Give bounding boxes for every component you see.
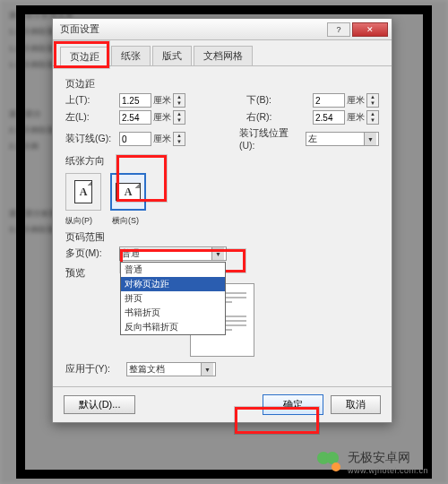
gutter-pos-value: 左 [308,133,317,145]
apply-label: 应用于(Y): [65,363,123,376]
orientation-landscape[interactable]: A [110,173,146,211]
ok-button[interactable]: 确定 [263,394,323,415]
chevron-down-icon[interactable]: ▼ [201,363,213,376]
dropdown-option[interactable]: 拼页 [121,291,225,306]
gutter-pos-label: 装订线位置(U): [239,127,302,151]
landscape-caption: 横向(S) [112,215,139,227]
dropdown-option[interactable]: 反向书籍折页 [121,320,225,334]
spin-down-icon[interactable]: ▼ [367,100,378,107]
orientation-section-label: 纸张方向 [65,154,379,168]
spin-down-icon[interactable]: ▼ [174,139,185,145]
left-spinner[interactable]: 厘米 ▲▼ [119,110,185,125]
cancel-button[interactable]: 取消 [331,395,381,414]
default-button[interactable]: 默认(D)... [64,395,135,414]
spin-up-icon[interactable]: ▲ [367,111,378,117]
watermark-logo-icon [317,450,342,475]
margins-section-label: 页边距 [65,77,379,91]
help-button[interactable]: ? [327,22,350,37]
page-portrait-icon: A [74,180,92,203]
gutter-pos-select[interactable]: 左 ▼ [306,132,379,146]
chevron-down-icon[interactable]: ▼ [211,247,224,260]
page-landscape-icon: A [116,183,141,201]
spin-down-icon[interactable]: ▼ [174,100,185,107]
top-input[interactable] [119,93,151,108]
tab-paper[interactable]: 纸张 [111,46,151,65]
pages-section-label: 页码范围 [65,230,379,244]
unit-label: 厘米 [347,94,365,107]
apply-value: 整篇文档 [129,363,165,376]
chevron-down-icon[interactable]: ▼ [364,133,376,145]
unit-label: 厘米 [153,94,171,107]
orientation-portrait[interactable]: A [65,173,101,211]
right-label: 右(R): [246,111,309,124]
page-setup-dialog: 页面设置 ? ✕ 页边距 纸张 版式 文档网格 页边距 上(T): 厘米 ▲▼ … [52,18,392,423]
right-input[interactable] [313,110,345,125]
unit-label: 厘米 [153,111,171,124]
unit-label: 厘米 [153,133,171,145]
multi-dropdown-list: 普通 对称页边距 拼页 书籍折页 反向书籍折页 [120,262,226,335]
gutter-label: 装订线(G): [65,133,116,145]
unit-label: 厘米 [347,111,365,124]
top-spinner[interactable]: 厘米 ▲▼ [119,93,185,108]
gutter-input[interactable] [119,132,151,146]
titlebar[interactable]: 页面设置 ? ✕ [53,19,392,40]
portrait-caption: 纵向(P) [65,215,92,227]
spin-up-icon[interactable]: ▲ [174,94,185,100]
dialog-body: 页边距 上(T): 厘米 ▲▼ 下(B): 厘米 ▲▼ 左(L): 厘米 ▲▼ [53,66,392,386]
spin-down-icon[interactable]: ▼ [367,117,378,124]
tab-margins[interactable]: 页边距 [60,47,109,66]
dropdown-option[interactable]: 对称页边距 [121,277,225,291]
close-button[interactable]: ✕ [352,22,388,37]
tab-strip: 页边距 纸张 版式 文档网格 [53,40,392,66]
dialog-title: 页面设置 [60,22,325,36]
bottom-spinner[interactable]: 厘米 ▲▼ [313,93,379,108]
multi-select[interactable]: 普通 ▼ 普通 对称页边距 拼页 书籍折页 反向书籍折页 [119,246,227,261]
watermark-text: 无极安卓网 [348,450,428,466]
right-spinner[interactable]: 厘米 ▲▼ [313,110,379,125]
multi-value: 普通 [122,247,140,260]
spin-up-icon[interactable]: ▲ [174,111,185,117]
spin-down-icon[interactable]: ▼ [174,117,185,124]
tab-grid[interactable]: 文档网格 [194,46,253,65]
watermark: 无极安卓网 www.wjhotel.com.cn [317,450,428,475]
spin-up-icon[interactable]: ▲ [367,94,378,100]
tab-layout[interactable]: 版式 [152,46,192,65]
left-input[interactable] [119,110,151,125]
bottom-label: 下(B): [246,94,309,107]
top-label: 上(T): [65,94,116,107]
dialog-footer: 默认(D)... 确定 取消 [53,386,392,422]
watermark-url: www.wjhotel.com.cn [348,466,428,475]
dropdown-option[interactable]: 书籍折页 [121,306,225,320]
dropdown-option[interactable]: 普通 [121,263,225,277]
bottom-input[interactable] [313,93,345,108]
left-label: 左(L): [65,111,116,124]
spin-up-icon[interactable]: ▲ [174,133,185,139]
apply-select[interactable]: 整篇文档 ▼ [126,362,216,376]
gutter-spinner[interactable]: 厘米 ▲▼ [119,132,185,146]
multi-label: 多页(M): [65,247,116,260]
